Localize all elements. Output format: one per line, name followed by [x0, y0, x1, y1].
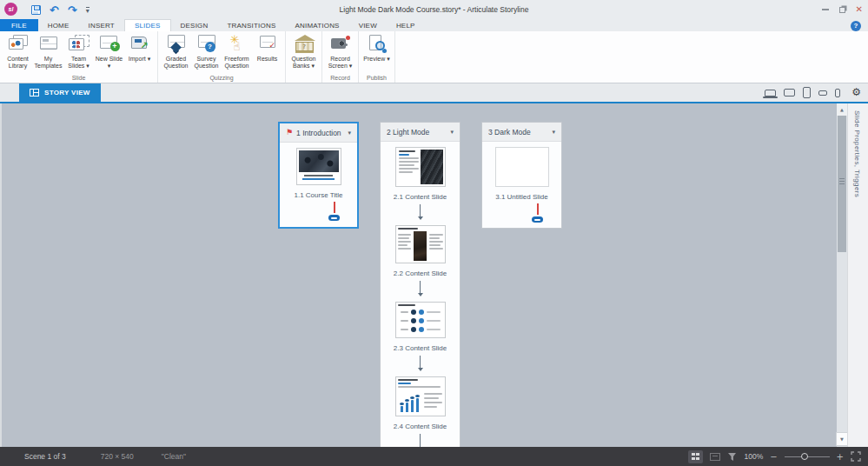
- thumbnail-text-line: [398, 237, 409, 239]
- zoom-level-label: 100%: [744, 452, 763, 461]
- chevron-down-icon[interactable]: ▾: [450, 129, 454, 136]
- slide-connector-arrow: [381, 356, 460, 371]
- help-icon[interactable]: ?: [851, 21, 861, 31]
- slide-thumbnail-2-1[interactable]: [395, 147, 446, 187]
- view-bar: STORY VIEW ⚙: [0, 83, 868, 102]
- tab-transitions[interactable]: TRANSITIONS: [217, 19, 285, 31]
- thumbnail-text-line: [399, 161, 419, 163]
- question-banks-button[interactable]: Question Banks ▾: [288, 31, 319, 73]
- scene-header[interactable]: 3 Dark Mode ▾: [482, 123, 561, 142]
- import-button[interactable]: Import ▾: [124, 31, 155, 73]
- tab-insert[interactable]: INSERT: [79, 19, 124, 31]
- quick-access-more-icon[interactable]: ▾: [86, 7, 89, 15]
- slide-thumbnail-2-2[interactable]: [395, 225, 446, 263]
- scene-link-icon[interactable]: [328, 215, 340, 221]
- scene-card-introduction[interactable]: ⚑ 1 Introduction ▾ 1.1 Course Title: [278, 122, 359, 229]
- collapsed-side-panel[interactable]: Slide Properties, Triggers: [847, 103, 868, 447]
- slide-thumbnail-2-4[interactable]: [395, 376, 446, 416]
- ribbon-tab-bar: FILE HOME INSERT SLIDES DESIGN TRANSITIO…: [0, 19, 868, 31]
- button-label: New Slide ▾: [94, 56, 124, 70]
- thumbnail-text-line: [429, 248, 443, 250]
- blue-bullet-icon: [419, 310, 424, 315]
- scene-card-dark-mode[interactable]: 3 Dark Mode ▾ 3.1 Untitled Slide: [481, 122, 562, 229]
- thumbnail-text-line: [398, 241, 412, 243]
- ribbon-group-publish: Preview ▾ Publish: [359, 31, 395, 83]
- chevron-down-icon[interactable]: ▾: [552, 129, 555, 136]
- device-preview-icons: [765, 83, 840, 102]
- tab-slides[interactable]: SLIDES: [124, 19, 171, 31]
- preview-button[interactable]: Preview ▾: [361, 31, 392, 73]
- thumbnail-text-line: [399, 168, 419, 170]
- button-label: Preview ▾: [363, 56, 389, 63]
- thumbnail-text-line: [424, 397, 440, 399]
- zoom-in-icon[interactable]: +: [837, 452, 844, 462]
- filter-icon[interactable]: [727, 452, 737, 462]
- undo-icon[interactable]: ↶: [50, 4, 59, 16]
- chevron-down-icon[interactable]: ▾: [348, 130, 351, 136]
- app-logo-icon[interactable]: sl: [4, 3, 17, 16]
- record-screen-button[interactable]: Record Screen ▾: [325, 31, 355, 73]
- story-view-tab[interactable]: STORY VIEW: [19, 83, 101, 102]
- tab-design[interactable]: DESIGN: [171, 19, 218, 31]
- blue-bullet-icon: [419, 327, 424, 332]
- story-view-toggle-icon[interactable]: [688, 450, 703, 463]
- graded-question-button[interactable]: Graded Question: [161, 31, 191, 73]
- scene-card-light-mode[interactable]: 2 Light Mode ▾ 2.1 Content Slide: [380, 122, 461, 447]
- content-library-button[interactable]: Content Library: [3, 31, 33, 73]
- redo-icon[interactable]: ↷: [68, 4, 77, 16]
- scene-header[interactable]: ⚑ 1 Introduction ▾: [280, 123, 357, 143]
- thumbnail-subtitle-line: [399, 154, 410, 156]
- ribbon-group-question-banks-buttons: Question Banks ▾: [288, 31, 319, 73]
- phone-portrait-preview-icon[interactable]: [835, 89, 840, 97]
- ribbon-group-publish-buttons: Preview ▾: [361, 31, 392, 73]
- restore-icon[interactable]: [839, 7, 845, 13]
- thumbnail-bar-chart: [398, 389, 422, 414]
- laptop-preview-icon[interactable]: [765, 90, 776, 97]
- tablet-landscape-preview-icon[interactable]: [784, 89, 795, 97]
- connector-line: [420, 281, 421, 293]
- close-icon[interactable]: ✕: [856, 5, 863, 14]
- new-slide-icon: [97, 33, 122, 56]
- scroll-up-icon[interactable]: ▲: [837, 103, 847, 116]
- save-icon[interactable]: [31, 5, 41, 15]
- story-view-canvas[interactable]: ⚑ 1 Introduction ▾ 1.1 Course Title 2 Li…: [0, 103, 837, 447]
- content-library-icon: [6, 33, 30, 56]
- results-button[interactable]: Results: [252, 31, 282, 73]
- tab-file[interactable]: FILE: [0, 19, 38, 31]
- minimize-icon[interactable]: [822, 9, 829, 10]
- team-slides-button[interactable]: Team Slides ▾: [63, 31, 94, 73]
- freeform-question-button[interactable]: Freeform Question: [222, 31, 252, 73]
- tab-animations[interactable]: ANIMATIONS: [285, 19, 348, 31]
- phone-landscape-preview-icon[interactable]: [818, 90, 827, 96]
- tablet-portrait-preview-icon[interactable]: [803, 87, 811, 98]
- slide-thumbnail-3-1[interactable]: [495, 147, 549, 187]
- dark-bullet-icon: [411, 327, 416, 332]
- thumbnail-text-line: [427, 329, 441, 330]
- vertical-scrollbar[interactable]: ▲ ▼: [837, 103, 847, 447]
- zoom-out-icon[interactable]: −: [770, 452, 777, 462]
- new-slide-button[interactable]: New Slide ▾: [94, 31, 124, 73]
- thumbnail-subtitle-line: [398, 383, 412, 384]
- zoom-slider-thumb[interactable]: [801, 453, 808, 460]
- slide-thumbnail-2-3[interactable]: [395, 302, 446, 338]
- thumbnail-title-line: [398, 304, 416, 306]
- fit-to-window-icon[interactable]: [851, 451, 861, 462]
- zoom-slider[interactable]: [785, 456, 830, 457]
- scene-link-icon[interactable]: [532, 216, 543, 223]
- tab-help[interactable]: HELP: [387, 19, 425, 31]
- status-bar: Scene 1 of 3 720 × 540 "Clean" 100% − +: [0, 447, 868, 466]
- side-panel-label[interactable]: Slide Properties, Triggers: [853, 110, 861, 197]
- thumbnail-text-column: [398, 231, 412, 261]
- scroll-down-icon[interactable]: ▼: [837, 433, 847, 445]
- scene-header[interactable]: 2 Light Mode ▾: [381, 123, 460, 142]
- slide-view-toggle-icon[interactable]: [710, 453, 720, 461]
- tab-view[interactable]: VIEW: [349, 19, 387, 31]
- my-templates-button[interactable]: My Templates: [33, 31, 63, 73]
- gear-icon[interactable]: ⚙: [851, 86, 861, 98]
- thumbnail-text-line: [424, 402, 442, 403]
- tab-home[interactable]: HOME: [38, 19, 79, 31]
- thumbnail-text-line: [424, 406, 438, 408]
- survey-question-button[interactable]: Survey Question: [191, 31, 222, 73]
- scrollbar-thumb[interactable]: [838, 116, 846, 252]
- slide-thumbnail-1-1[interactable]: [296, 148, 341, 185]
